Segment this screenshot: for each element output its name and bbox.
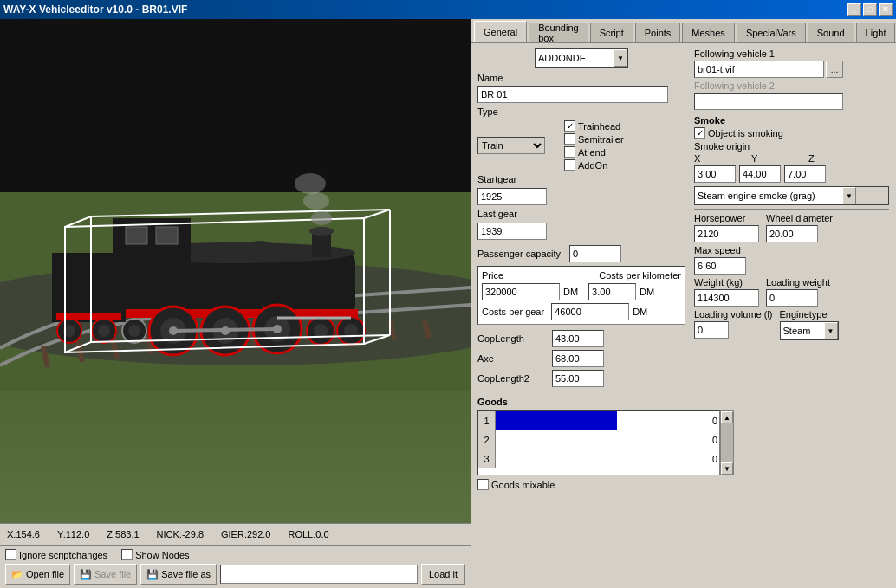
goods-scroll-up-btn[interactable]: ▲: [721, 411, 733, 423]
following2-input[interactable]: [694, 93, 843, 110]
type-checkboxes: Train Car ✓ Trainhead: [477, 120, 685, 171]
following1-input[interactable]: [694, 61, 824, 78]
tab-sound[interactable]: Sound: [808, 23, 854, 42]
ignore-scriptchanges-checkbox[interactable]: [5, 549, 16, 560]
loading-vol-engine-row: Loading volume (l) Enginetype ▼: [694, 309, 889, 340]
loading-vol-col: Loading volume (l): [694, 309, 773, 340]
enginetype-dropdown-btn[interactable]: ▼: [824, 322, 838, 339]
smoke-label: Smoke: [694, 115, 889, 126]
costs-per-km-col-label: Costs per kilometer: [599, 270, 681, 281]
maximize-button[interactable]: □: [863, 3, 877, 16]
name-input[interactable]: [477, 86, 668, 103]
passenger-capacity-input[interactable]: [569, 245, 621, 262]
save-file-button[interactable]: 💾 Save file: [74, 564, 137, 585]
loading-weight-col: Loading weight: [766, 277, 830, 307]
cop-length2-input[interactable]: [552, 370, 604, 387]
goods-row-1: 1 0: [478, 411, 719, 430]
save-file-as-button[interactable]: 💾 Save file as: [140, 564, 217, 585]
axe-row: Axe: [477, 350, 685, 367]
addonde-input[interactable]: [536, 49, 614, 67]
goods-section: Goods 1 0: [477, 391, 889, 490]
tab-bounding-box[interactable]: Bounding box: [529, 23, 588, 42]
cop-length2-label: CopLength2: [477, 373, 547, 384]
roll-label: ROLL:0.0: [288, 529, 328, 540]
show-nodes-checkbox[interactable]: [121, 549, 133, 560]
wheel-label: Wheel diameter: [766, 213, 833, 223]
close-button[interactable]: ✕: [879, 3, 893, 16]
type-select[interactable]: Train Car: [477, 137, 545, 154]
price-input-row: DM DM: [482, 283, 681, 300]
bottom-area: Ignore scriptchanges Show Nodes 📂 Open f…: [0, 545, 471, 588]
startgear-label: Startgear: [477, 174, 516, 184]
smoke-xyz-inputs: [694, 165, 889, 183]
tabs-bar: General Bounding box Script Points Meshe…: [471, 19, 896, 43]
following1-input-row: ...: [694, 61, 889, 78]
semitrailer-checkbox[interactable]: [564, 133, 575, 145]
object-smoking-checkbox[interactable]: ✓: [694, 127, 705, 139]
svg-point-23: [204, 244, 230, 262]
goods-scrollbar: ▲ ▼: [720, 410, 734, 475]
addonde-dropdown-btn[interactable]: ▼: [614, 49, 627, 67]
tab-specialvars[interactable]: SpecialVars: [737, 23, 806, 42]
enginetype-label: Enginetype: [780, 309, 839, 320]
max-speed-input[interactable]: [694, 257, 746, 275]
goods-list-area: 1 0 2: [477, 410, 889, 475]
weight-input[interactable]: [694, 289, 759, 307]
path-input[interactable]: [220, 565, 418, 584]
addonde-combo: ▼: [535, 48, 628, 68]
object-smoking-label: Object is smoking: [708, 128, 783, 139]
enginetype-input[interactable]: [781, 322, 824, 339]
window-controls: _ □ ✕: [847, 3, 893, 16]
coord-z-label: Z:583.1: [107, 529, 139, 540]
name-row: Name: [477, 73, 685, 83]
trainhead-checkbox[interactable]: ✓: [564, 120, 575, 132]
startgear-input[interactable]: [477, 188, 547, 205]
tab-meshes[interactable]: Meshes: [682, 23, 735, 42]
cop-length-input[interactable]: [552, 330, 604, 347]
costs-per-km-input[interactable]: [588, 283, 636, 300]
tab-general[interactable]: General: [474, 21, 527, 42]
following1-browse-btn[interactable]: ...: [826, 61, 843, 78]
at-end-label: At end: [578, 147, 606, 158]
goods-mixable-checkbox[interactable]: [477, 479, 489, 490]
smoke-z-input[interactable]: [784, 165, 826, 183]
coord-y-value: 112.0: [66, 529, 90, 540]
nick-label: NICK:-29.8: [157, 529, 204, 540]
hp-col: Horsepower: [694, 213, 759, 242]
price-header-row: Price Costs per kilometer: [482, 270, 681, 281]
tab-script[interactable]: Script: [590, 23, 633, 42]
open-file-button[interactable]: 📂 Open file: [5, 564, 70, 585]
weight-row: Weight (kg) Loading weight: [694, 277, 889, 307]
addon-checkbox[interactable]: [564, 159, 575, 171]
load-it-button[interactable]: Load it: [421, 564, 465, 585]
loading-weight-input[interactable]: [766, 289, 818, 307]
price-input[interactable]: [482, 283, 560, 300]
goods-scroll-down-btn[interactable]: ▼: [721, 462, 733, 475]
wheel-input[interactable]: [766, 225, 818, 242]
smoke-x-input[interactable]: [694, 165, 736, 183]
tab-light[interactable]: Light: [856, 23, 896, 42]
steam-smoke-dropdown-btn[interactable]: ▼: [842, 187, 856, 204]
form-right-col: Following vehicle 1 ... Following vehicl…: [694, 48, 889, 387]
svg-line-40: [173, 329, 277, 331]
steam-smoke-input[interactable]: [695, 187, 842, 204]
coord-x-value: 154.6: [16, 529, 40, 540]
lastgear-input[interactable]: [477, 223, 547, 240]
goods-label: Goods: [477, 397, 889, 407]
passenger-capacity-label: Passenger capacity: [477, 249, 561, 259]
svg-point-39: [128, 325, 140, 337]
minimize-button[interactable]: _: [847, 3, 861, 16]
hp-input[interactable]: [694, 225, 759, 242]
loading-vol-input[interactable]: [694, 321, 729, 339]
tab-points[interactable]: Points: [635, 23, 681, 42]
axe-input[interactable]: [552, 350, 604, 367]
smoke-y-input[interactable]: [739, 165, 781, 183]
save-file-as-label: Save file as: [161, 569, 211, 579]
goods-num-2: 2: [478, 430, 496, 449]
open-file-label: Open file: [26, 569, 64, 579]
at-end-checkbox[interactable]: [564, 146, 575, 158]
passenger-capacity-row: Passenger capacity: [477, 245, 685, 262]
roll-value: 0.0: [315, 529, 328, 540]
addon-label: AddOn: [578, 160, 607, 171]
costs-per-gear-input[interactable]: [551, 303, 629, 320]
